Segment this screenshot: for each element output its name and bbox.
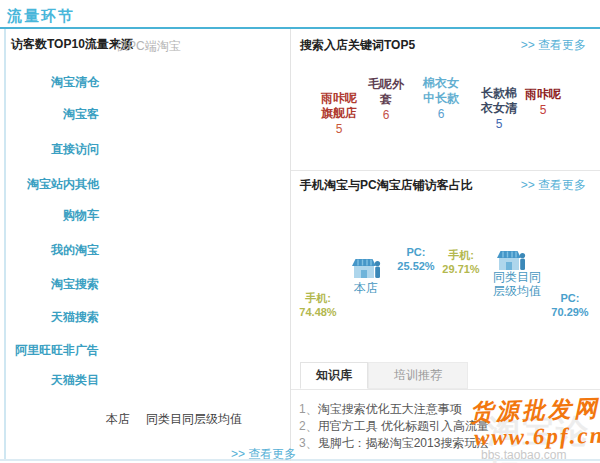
left-border-line (4, 29, 6, 459)
keyword-count: 5 (521, 103, 565, 118)
keyword-count: 6 (419, 107, 463, 122)
traffic-source-item: 淘宝站内其他 (7, 176, 99, 193)
peer-pc-value: PC: 70.29% (547, 291, 593, 319)
keyword-item: 棉衣女中长款 6 (419, 76, 463, 122)
keyword-text: 长款棉衣女清 (477, 86, 521, 116)
keyword-item: 雨咔呢 5 (521, 87, 565, 118)
watermark-bbs-text: bbs.taobao.com (481, 448, 566, 462)
shop-mobile-value: 手机: 74.48% (293, 291, 343, 319)
keyword-count: 5 (317, 122, 361, 137)
traffic-source-item: 购物车 (7, 207, 99, 224)
traffic-source-item: 我的淘宝 (7, 242, 99, 259)
traffic-source-item: 淘宝清仓 (7, 74, 99, 91)
legend-peer-label: 同类目同层级均值 (146, 411, 242, 428)
keyword-item: 雨咔呢旗舰店 5 (317, 91, 361, 137)
traffic-source-item: 天猫搜索 (7, 309, 99, 326)
panel-divider-line (291, 170, 600, 171)
keyword-item: 毛呢外套 6 (365, 77, 407, 123)
keyword-more-link[interactable]: >> 查看更多 (521, 37, 586, 54)
peer-chart-label: 同类目同层级均值 (489, 270, 545, 298)
shop-icon (352, 257, 382, 281)
article-link[interactable]: 3、鬼脚七：揭秘淘宝2013搜索玩法 (299, 435, 488, 452)
peer-mobile-value: 手机: 29.71% (437, 248, 485, 276)
keyword-text: 雨咔呢旗舰店 (317, 91, 361, 121)
watermark-site-url: www.6pf.cn (474, 423, 600, 451)
traffic-source-item: 阿里旺旺非广告 (7, 342, 99, 359)
traffic-source-item: 淘宝搜索 (7, 276, 99, 293)
title-underline (0, 27, 600, 29)
keyword-text: 雨咔呢 (521, 87, 565, 102)
shop-pc-value: PC: 25.52% (393, 245, 439, 273)
keyword-count: 5 (477, 117, 521, 132)
ratio-more-link[interactable]: >> 查看更多 (521, 177, 586, 194)
keyword-panel-title: 搜索入店关键词TOP5 (300, 37, 415, 54)
traffic-sources-more-link[interactable]: >> 查看更多 (231, 446, 296, 463)
keyword-text: 棉衣女中长款 (419, 76, 463, 106)
traffic-source-item: 淘宝客 (7, 106, 99, 123)
article-link[interactable]: 2、用官方工具 优化标题引入高流量 (299, 418, 489, 435)
keyword-text: 毛呢外套 (365, 77, 407, 107)
traffic-sources-subtitle: 仅PC端淘宝 (116, 38, 181, 55)
page-title: 流量环节 (7, 7, 75, 26)
knowledge-tabbar: 知识库 培训推荐 (291, 362, 600, 390)
tab-training[interactable]: 培训推荐 (368, 362, 468, 389)
legend-shop-label: 本店 (106, 411, 130, 428)
traffic-dashboard: 流量环节 访客数TOP10流量来源 仅PC端淘宝 淘宝清仓 淘宝客 直接访问 淘… (0, 0, 600, 463)
traffic-source-item: 天猫类目 (7, 372, 99, 389)
ratio-panel-title: 手机淘宝与PC淘宝店铺访客占比 (300, 177, 473, 194)
tab-knowledge-base[interactable]: 知识库 (300, 362, 368, 389)
article-link[interactable]: 1、淘宝搜索优化五大注意事项 (299, 401, 462, 418)
traffic-sources-title: 访客数TOP10流量来源 (11, 36, 133, 53)
traffic-source-item: 直接访问 (7, 141, 99, 158)
column-divider-line (290, 29, 291, 461)
keyword-count: 6 (365, 108, 407, 123)
shop-chart-label: 本店 (338, 281, 394, 295)
keyword-item: 长款棉衣女清 5 (477, 86, 521, 132)
